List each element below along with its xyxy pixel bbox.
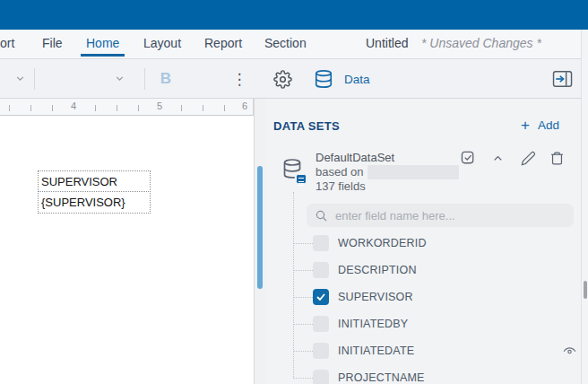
field-row-description: DESCRIPTION bbox=[265, 257, 581, 284]
document-title: Untitled bbox=[366, 36, 408, 50]
ruler-tick bbox=[30, 105, 31, 111]
gear-icon[interactable] bbox=[272, 68, 293, 90]
validate-dataset-icon[interactable] bbox=[459, 149, 477, 167]
panel-scrollbar-thumb[interactable] bbox=[584, 281, 587, 299]
field-checkbox-description[interactable] bbox=[313, 262, 329, 278]
field-checkbox-workorderid[interactable] bbox=[313, 235, 329, 251]
ruler-tick bbox=[117, 105, 117, 111]
edit-dataset-icon[interactable] bbox=[519, 149, 537, 167]
plus-icon: + bbox=[521, 118, 530, 133]
ruler-tick bbox=[224, 105, 225, 111]
field-label: DESCRIPTION bbox=[338, 264, 417, 276]
ruler-tick bbox=[52, 105, 53, 111]
title-bar bbox=[0, 0, 588, 30]
horizontal-ruler: 456 bbox=[0, 99, 254, 116]
dataset-item[interactable]: DefaultDataSet based on 137 fields bbox=[265, 149, 581, 203]
add-dataset-button[interactable]: + Add bbox=[521, 118, 559, 133]
field-search-input[interactable] bbox=[335, 209, 566, 223]
collapse-dataset-chevron-icon[interactable] bbox=[489, 149, 506, 167]
field-row-workorderid: WORKORDERID bbox=[265, 230, 581, 257]
dataset-based-on: based on bbox=[316, 165, 459, 179]
ruler-tick bbox=[181, 105, 182, 111]
tab-data-label: Data bbox=[344, 73, 370, 86]
canvas-scrollbar[interactable] bbox=[254, 99, 265, 384]
ruler-tick bbox=[203, 105, 203, 111]
dataset-field-count: 137 fields bbox=[316, 179, 459, 194]
field-row-supervisor: SUPERVISOR bbox=[265, 284, 581, 310]
panel-title: DATA SETS bbox=[273, 119, 340, 133]
tree-connector bbox=[293, 297, 313, 298]
delete-dataset-icon[interactable] bbox=[548, 149, 566, 167]
dataset-badge-icon bbox=[296, 174, 307, 184]
field-label: INITIATEDBY bbox=[338, 318, 408, 330]
menu-item-file[interactable]: File bbox=[42, 36, 63, 50]
dropdown-chevron-icon[interactable] bbox=[112, 71, 126, 85]
toolbar-divider bbox=[144, 68, 145, 90]
tab-data[interactable]: Data bbox=[314, 66, 370, 92]
field-checkbox-projectname[interactable] bbox=[313, 370, 329, 384]
field-label: WORKORDERID bbox=[338, 237, 427, 249]
report-designer-window: ort Untitled * Unsaved Changes * FileHom… bbox=[0, 0, 588, 384]
ruler-tick bbox=[95, 105, 96, 111]
field-search-box[interactable] bbox=[307, 204, 574, 227]
menu-item-section[interactable]: Section bbox=[264, 36, 307, 50]
menu-item-report[interactable]: Report bbox=[204, 36, 242, 50]
field-list: WORKORDERIDDESCRIPTIONSUPERVISORINITIATE… bbox=[265, 230, 581, 384]
ruler-tick bbox=[138, 105, 139, 111]
field-label: INITIATEDATE bbox=[338, 345, 414, 357]
ruler-number: 4 bbox=[71, 100, 76, 111]
toolbar: B ⋮ Data bbox=[0, 59, 588, 99]
dataset-database-icon bbox=[282, 158, 306, 185]
label-textbox[interactable]: SUPERVISOR bbox=[38, 170, 151, 192]
tree-connector bbox=[293, 378, 313, 379]
dropdown-chevron-icon[interactable] bbox=[13, 71, 27, 85]
tree-connector bbox=[293, 351, 313, 352]
ruler-number: 5 bbox=[157, 100, 162, 111]
field-row-projectname: PROJECTNAME bbox=[265, 364, 581, 384]
ruler-tick bbox=[9, 105, 10, 111]
toolbar-divider bbox=[34, 68, 35, 90]
field-textbox[interactable]: {SUPERVISOR} bbox=[38, 191, 151, 214]
design-canvas[interactable]: SUPERVISOR {SUPERVISOR} bbox=[0, 116, 254, 384]
check-icon bbox=[316, 292, 326, 302]
menu-item-layout[interactable]: Layout bbox=[143, 36, 181, 50]
data-sets-panel: DATA SETS + Add DefaultDataSet based on bbox=[265, 99, 581, 384]
add-label: Add bbox=[538, 118, 559, 132]
tree-connector bbox=[293, 270, 313, 271]
panel-scrollbar[interactable] bbox=[581, 30, 588, 384]
unsaved-changes-indicator: * Unsaved Changes * bbox=[421, 36, 541, 50]
canvas-scrollbar-thumb[interactable] bbox=[257, 166, 263, 289]
overflow-menu-icon[interactable]: ⋮ bbox=[231, 67, 247, 91]
field-checkbox-supervisor[interactable] bbox=[313, 289, 329, 305]
menu-item-truncated[interactable]: ort bbox=[0, 36, 14, 50]
menu-item-home[interactable]: Home bbox=[86, 36, 119, 50]
field-row-initiatedate: INITIATEDATE bbox=[265, 337, 581, 364]
tree-connector bbox=[293, 243, 313, 244]
tree-connector bbox=[293, 324, 313, 325]
field-label: SUPERVISOR bbox=[338, 291, 413, 303]
field-checkbox-initiatedby[interactable] bbox=[313, 316, 329, 332]
menu-bar: ort Untitled * Unsaved Changes * FileHom… bbox=[0, 30, 588, 59]
database-icon bbox=[314, 68, 333, 90]
collapse-panel-icon[interactable] bbox=[550, 68, 575, 90]
field-checkbox-initiatedate[interactable] bbox=[313, 343, 329, 359]
redacted-source-name bbox=[368, 165, 459, 179]
bold-button[interactable]: B bbox=[157, 68, 175, 90]
dataset-name: DefaultDataSet bbox=[316, 151, 459, 165]
based-on-label: based on bbox=[316, 165, 364, 179]
ruler-number: 6 bbox=[242, 100, 247, 111]
eye-icon[interactable] bbox=[562, 344, 577, 359]
search-icon bbox=[315, 209, 328, 223]
field-row-initiatedby: INITIATEDBY bbox=[265, 310, 581, 337]
field-label: PROJECTNAME bbox=[338, 371, 425, 384]
